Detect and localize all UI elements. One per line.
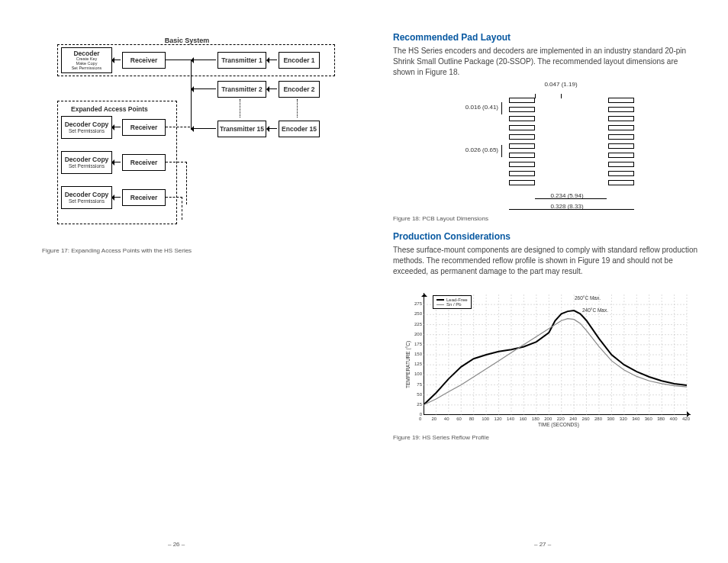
dc3-title: Decoder Copy: [65, 191, 109, 198]
pad-layout-figure: /*noop*/ 0.047 (1.19) 0.016 (0.41) 0.026…: [424, 82, 668, 212]
fig18-caption: Figure 18: PCB Layout Dimensions: [393, 215, 698, 222]
fig19-caption: Figure 19: HS Series Reflow Profile: [393, 434, 698, 441]
dashed-line: [166, 197, 182, 198]
reflow-chart: Lead-Free Sn / Pb 260°C Max. 240°C Max. …: [401, 282, 691, 426]
page-left: Basic System Decoder Create Key Make Cop…: [34, 23, 340, 254]
dc2-sub: Set Permissions: [69, 163, 105, 169]
para-production: These surface-mount components are desig…: [393, 245, 698, 277]
arrow: [267, 88, 277, 89]
label-240c: 240°C Max.: [582, 307, 608, 313]
chart-legend: Lead-Free Sn / Pb: [433, 295, 472, 309]
block-decoder-copy-1: Decoder Copy Set Permissions: [61, 116, 112, 139]
block-receiver-4: Receiver: [122, 189, 166, 206]
x-axis-label: TIME (SECONDS): [538, 422, 579, 427]
page-number-right: – 27 –: [534, 541, 551, 548]
block-decoder-copy-3: Decoder Copy Set Permissions: [61, 186, 112, 209]
para-pad-layout: The HS Series encoders and decoders are …: [393, 46, 698, 78]
block-enc-1: Encoder 1: [279, 52, 320, 69]
dim-pitch: 0.016 (0.41): [460, 104, 498, 111]
dashed-line: [186, 162, 187, 204]
arrow: [112, 60, 121, 60]
arrow: [192, 60, 216, 60]
block-decoder: Decoder Create Key Make Copy Set Permiss…: [61, 47, 112, 73]
block-tx-15: Transmitter 15: [217, 121, 266, 137]
arrow: [112, 127, 121, 127]
dc2-title: Decoder Copy: [65, 156, 109, 163]
block-receiver-3: Receiver: [122, 154, 166, 171]
decoder-lines: Create Key Make Copy Set Permissions: [72, 57, 102, 70]
dashed-line: [182, 197, 182, 220]
dc1-sub: Set Permissions: [69, 128, 105, 134]
arrow: [192, 128, 216, 129]
block-diagram: Basic System Decoder Create Key Make Cop…: [34, 23, 340, 236]
page-number-left: – 26 –: [168, 541, 185, 548]
block-enc-15: Encoder 15: [279, 121, 320, 137]
dim-height: 0.026 (0.65): [460, 146, 498, 153]
block-tx-2: Transmitter 2: [217, 81, 266, 98]
diagram-title: Basic System: [34, 37, 340, 44]
line: [191, 60, 192, 130]
dotted-line: [240, 99, 241, 117]
dashed-line: [166, 162, 187, 162]
block-enc-2: Encoder 2: [279, 81, 320, 98]
dc1-title: Decoder Copy: [65, 121, 109, 128]
arrow: [112, 197, 121, 198]
arrow: [192, 88, 216, 89]
dashed-line: [166, 127, 190, 127]
dotted-line: [297, 99, 298, 117]
block-tx-1: Transmitter 1: [217, 52, 266, 69]
legend-snpb: Sn / Pb: [446, 302, 462, 307]
block-receiver-1: Receiver: [122, 52, 166, 69]
label-260c: 260°C Max.: [575, 295, 601, 301]
heading-pad-layout: Recommended Pad Layout: [393, 32, 698, 43]
dc3-sub: Set Permissions: [69, 198, 105, 204]
arrow: [267, 128, 277, 129]
heading-production: Production Considerations: [393, 231, 698, 242]
fig17-caption: Figure 17: Expanding Access Points with …: [42, 247, 340, 254]
block-decoder-copy-2: Decoder Copy Set Permissions: [61, 151, 112, 174]
arrow: [112, 162, 121, 162]
block-receiver-2: Receiver: [122, 119, 166, 136]
arrow: [267, 60, 277, 60]
expanded-label: Expanded Access Points: [71, 105, 148, 113]
page-right: Recommended Pad Layout The HS Series enc…: [393, 23, 698, 441]
dim-width: 0.047 (1.19): [538, 81, 584, 88]
